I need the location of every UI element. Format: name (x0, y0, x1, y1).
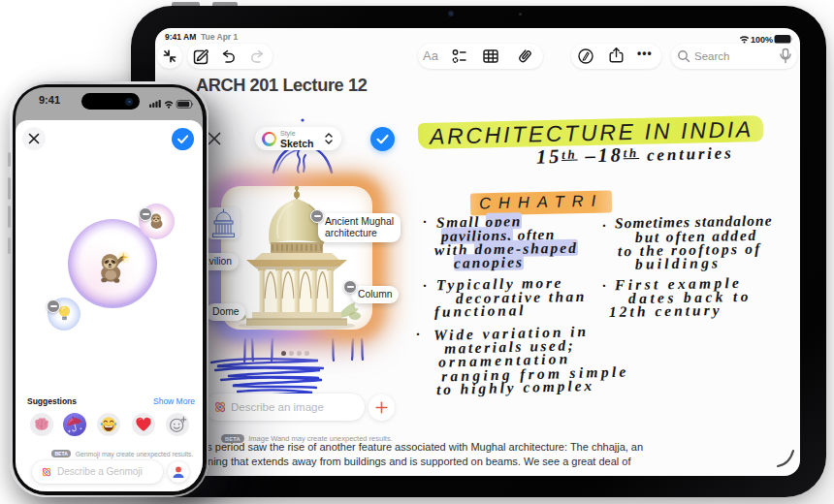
svg-text:Search: Search (694, 50, 729, 62)
